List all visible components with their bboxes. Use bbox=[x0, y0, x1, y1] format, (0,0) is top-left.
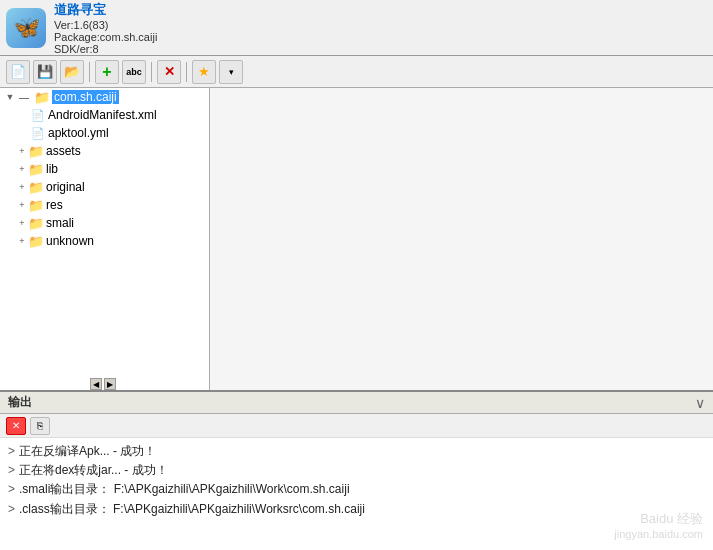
main-layout: ▼ — 📁 com.sh.caiji 📄 AndroidManifest.xml… bbox=[0, 88, 713, 550]
output-line-1: > 正在反编译Apk... - 成功！ bbox=[8, 442, 705, 461]
output-line-3: > .smali输出目录： F:\APKgaizhili\APKgaizhili… bbox=[8, 480, 705, 499]
output-collapse-button[interactable]: ∨ bbox=[695, 395, 705, 411]
assets-folder-icon: 📁 bbox=[28, 143, 44, 159]
output-panel: 输出 ∨ ✕ ⎘ > 正在反编译Apk... - 成功！ > 正在将dex转成j… bbox=[0, 390, 713, 550]
output-copy-button[interactable]: ⎘ bbox=[30, 417, 50, 435]
output-title: 输出 bbox=[8, 394, 32, 411]
app-icon: 🦋 bbox=[6, 8, 46, 48]
lib-toggle[interactable]: + bbox=[16, 163, 28, 175]
scroll-right-arrow[interactable]: ▶ bbox=[104, 378, 116, 390]
assets-toggle[interactable]: + bbox=[16, 145, 28, 157]
root-minus-icon: — bbox=[16, 89, 32, 105]
output-line-2: > 正在将dex转成jar... - 成功！ bbox=[8, 461, 705, 480]
res-toggle[interactable]: + bbox=[16, 199, 28, 211]
output-text-1: 正在反编译Apk... - 成功！ bbox=[19, 442, 156, 461]
main-toolbar: 📄 💾 📂 + abc ✕ ★ ▾ bbox=[0, 56, 713, 88]
root-folder-icon: 📁 bbox=[34, 89, 50, 105]
smali-toggle[interactable]: + bbox=[16, 217, 28, 229]
butterfly-icon: 🦋 bbox=[13, 15, 40, 41]
content-area: ▼ — 📁 com.sh.caiji 📄 AndroidManifest.xml… bbox=[0, 88, 713, 390]
smali-label: smali bbox=[46, 216, 74, 230]
tree-item-apktool[interactable]: 📄 apktool.yml bbox=[0, 124, 209, 142]
smali-folder-icon: 📁 bbox=[28, 215, 44, 231]
output-clear-button[interactable]: ✕ bbox=[6, 417, 26, 435]
original-folder-icon: 📁 bbox=[28, 179, 44, 195]
original-toggle[interactable]: + bbox=[16, 181, 28, 193]
lib-label: lib bbox=[46, 162, 58, 176]
res-label: res bbox=[46, 198, 63, 212]
tree-item-androidmanifest[interactable]: 📄 AndroidManifest.xml bbox=[0, 106, 209, 124]
tree-item-lib[interactable]: + 📁 lib bbox=[0, 160, 209, 178]
lib-folder-icon: 📁 bbox=[28, 161, 44, 177]
app-version: Ver:1.6(83) bbox=[54, 19, 157, 31]
toolbar-separator-3 bbox=[186, 62, 187, 82]
app-header: 🦋 道路寻宝 Ver:1.6(83) Package:com.sh.caiji … bbox=[0, 0, 713, 56]
scroll-left-arrow[interactable]: ◀ bbox=[90, 378, 102, 390]
output-toolbar: ✕ ⎘ bbox=[0, 414, 713, 438]
toolbar-separator-1 bbox=[89, 62, 90, 82]
tree-item-smali[interactable]: + 📁 smali bbox=[0, 214, 209, 232]
original-label: original bbox=[46, 180, 85, 194]
output-text-4: .class输出目录： F:\APKgaizhili\APKgaizhili\W… bbox=[19, 500, 365, 519]
output-text-3: .smali输出目录： F:\APKgaizhili\APKgaizhili\W… bbox=[19, 480, 350, 499]
add-button[interactable]: + bbox=[95, 60, 119, 84]
unknown-folder-icon: 📁 bbox=[28, 233, 44, 249]
arrow-4: > bbox=[8, 500, 15, 519]
unknown-label: unknown bbox=[46, 234, 94, 248]
unknown-toggle[interactable]: + bbox=[16, 235, 28, 247]
tree-item-unknown[interactable]: + 📁 unknown bbox=[0, 232, 209, 250]
right-editor-panel bbox=[210, 88, 713, 390]
arrow-3: > bbox=[8, 480, 15, 499]
output-text-2: 正在将dex转成jar... - 成功！ bbox=[19, 461, 168, 480]
bookmark-button[interactable]: ★ bbox=[192, 60, 216, 84]
arrow-1: > bbox=[8, 442, 15, 461]
file-tree-panel: ▼ — 📁 com.sh.caiji 📄 AndroidManifest.xml… bbox=[0, 88, 210, 390]
androidmanifest-label: AndroidManifest.xml bbox=[48, 108, 157, 122]
bookmark-menu-button[interactable]: ▾ bbox=[219, 60, 243, 84]
app-window: 🦋 道路寻宝 Ver:1.6(83) Package:com.sh.caiji … bbox=[0, 0, 713, 550]
app-name: 道路寻宝 bbox=[54, 1, 157, 19]
left-panel-scroll-arrows: ◀ ▶ bbox=[90, 378, 116, 390]
output-header: 输出 ∨ bbox=[0, 392, 713, 414]
app-info: 道路寻宝 Ver:1.6(83) Package:com.sh.caiji SD… bbox=[54, 1, 157, 55]
root-label[interactable]: com.sh.caiji bbox=[52, 90, 119, 104]
res-folder-icon: 📁 bbox=[28, 197, 44, 213]
file-yml-icon: 📄 bbox=[30, 125, 46, 141]
delete-button[interactable]: ✕ bbox=[157, 60, 181, 84]
abc-button[interactable]: abc bbox=[122, 60, 146, 84]
save-button[interactable]: 💾 bbox=[33, 60, 57, 84]
app-sdk: SDK/er:8 bbox=[54, 43, 157, 55]
new-file-button[interactable]: 📄 bbox=[6, 60, 30, 84]
arrow-2: > bbox=[8, 461, 15, 480]
apktool-label: apktool.yml bbox=[48, 126, 109, 140]
tree-item-res[interactable]: + 📁 res bbox=[0, 196, 209, 214]
tree-item-original[interactable]: + 📁 original bbox=[0, 178, 209, 196]
output-body: > 正在反编译Apk... - 成功！ > 正在将dex转成jar... - 成… bbox=[0, 438, 713, 550]
root-toggle[interactable]: ▼ bbox=[4, 91, 16, 103]
assets-label: assets bbox=[46, 144, 81, 158]
tree-root-item[interactable]: ▼ — 📁 com.sh.caiji bbox=[0, 88, 209, 106]
tree-item-assets[interactable]: + 📁 assets bbox=[0, 142, 209, 160]
file-xml-icon: 📄 bbox=[30, 107, 46, 123]
app-package: Package:com.sh.caiji bbox=[54, 31, 157, 43]
output-line-4: > .class输出目录： F:\APKgaizhili\APKgaizhili… bbox=[8, 500, 705, 519]
toolbar-separator-2 bbox=[151, 62, 152, 82]
open-button[interactable]: 📂 bbox=[60, 60, 84, 84]
